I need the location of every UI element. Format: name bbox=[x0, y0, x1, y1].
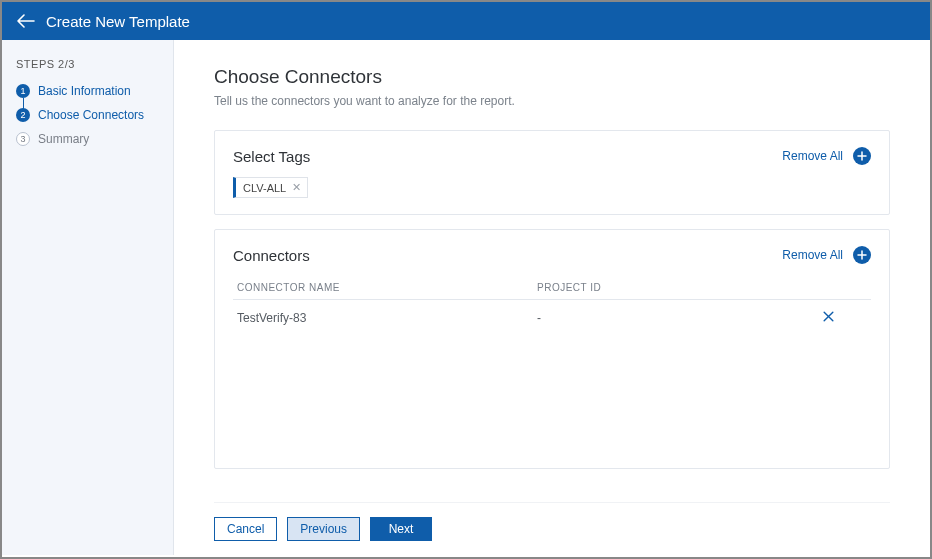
previous-button[interactable]: Previous bbox=[287, 517, 360, 541]
remove-connector-icon[interactable] bbox=[822, 310, 867, 326]
connector-row: TestVerify-83 - bbox=[233, 300, 871, 336]
step-summary[interactable]: 3 Summary bbox=[16, 132, 159, 146]
select-tags-card: Select Tags Remove All CLV-ALL ✕ bbox=[214, 130, 890, 215]
connectors-card-title: Connectors bbox=[233, 247, 310, 264]
step-choose-connectors[interactable]: 2 Choose Connectors bbox=[16, 108, 159, 122]
step-label: Basic Information bbox=[38, 84, 131, 98]
steps-counter: STEPS 2/3 bbox=[16, 58, 159, 70]
tag-chip: CLV-ALL ✕ bbox=[233, 177, 308, 198]
wizard-sidebar: STEPS 2/3 1 Basic Information 2 Choose C… bbox=[2, 40, 174, 555]
next-button[interactable]: Next bbox=[370, 517, 432, 541]
add-tag-button[interactable] bbox=[853, 147, 871, 165]
col-connector-name: CONNECTOR NAME bbox=[237, 282, 537, 293]
connector-project-cell: - bbox=[537, 311, 817, 325]
step-number-icon: 3 bbox=[16, 132, 30, 146]
plus-icon bbox=[857, 151, 867, 161]
tags-remove-all-link[interactable]: Remove All bbox=[782, 149, 843, 163]
connectors-remove-all-link[interactable]: Remove All bbox=[782, 248, 843, 262]
main-content: Choose Connectors Tell us the connectors… bbox=[174, 40, 930, 555]
step-number-icon: 1 bbox=[16, 84, 30, 98]
page-subtitle: Tell us the connectors you want to analy… bbox=[214, 94, 890, 108]
step-number-icon: 2 bbox=[16, 108, 30, 122]
footer-buttons: Cancel Previous Next bbox=[214, 517, 890, 541]
col-project-id: PROJECT ID bbox=[537, 282, 817, 293]
page-title: Choose Connectors bbox=[214, 66, 890, 88]
footer-divider bbox=[214, 502, 890, 503]
step-basic-information[interactable]: 1 Basic Information bbox=[16, 84, 159, 98]
add-connector-button[interactable] bbox=[853, 246, 871, 264]
cancel-button[interactable]: Cancel bbox=[214, 517, 277, 541]
tag-label: CLV-ALL bbox=[243, 182, 286, 194]
connectors-table-header: CONNECTOR NAME PROJECT ID bbox=[233, 276, 871, 300]
close-icon bbox=[822, 310, 835, 323]
header-title: Create New Template bbox=[46, 13, 190, 30]
tag-list: CLV-ALL ✕ bbox=[233, 177, 871, 198]
connector-name-cell: TestVerify-83 bbox=[237, 311, 537, 325]
tags-card-title: Select Tags bbox=[233, 148, 310, 165]
step-label: Choose Connectors bbox=[38, 108, 144, 122]
connectors-card: Connectors Remove All CONNECTOR NAME PRO… bbox=[214, 229, 890, 469]
tag-remove-icon[interactable]: ✕ bbox=[292, 181, 301, 194]
back-arrow-icon[interactable] bbox=[16, 11, 36, 31]
page-header: Create New Template bbox=[2, 2, 930, 40]
step-label: Summary bbox=[38, 132, 89, 146]
plus-icon bbox=[857, 250, 867, 260]
